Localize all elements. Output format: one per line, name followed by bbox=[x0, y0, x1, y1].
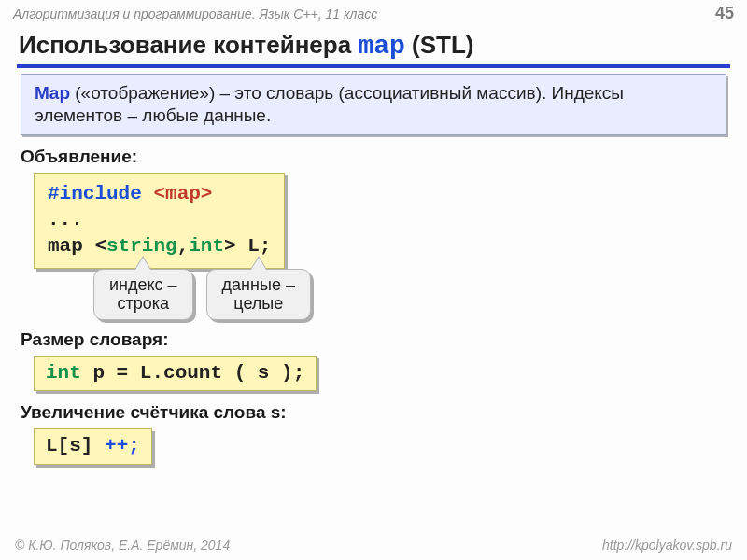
callout-index: индекс – строка bbox=[93, 269, 193, 320]
callout-tail bbox=[135, 258, 150, 270]
definition-term: Map bbox=[35, 83, 75, 103]
kw-include: #include bbox=[48, 183, 142, 204]
code-map-close: > L; bbox=[224, 235, 271, 257]
callout-data: данные – целые bbox=[206, 269, 311, 320]
incr-lhs: L[s] bbox=[46, 435, 92, 456]
callout-tail bbox=[251, 258, 266, 270]
callout-data-line2: целые bbox=[233, 294, 283, 313]
incr-code: L[s] ++; bbox=[34, 428, 152, 464]
callout-index-line1: индекс – bbox=[109, 275, 177, 294]
code-ellipsis: ... bbox=[48, 209, 83, 231]
type-int: int bbox=[189, 235, 224, 257]
size-rest: p = L.count ( s ); bbox=[81, 362, 304, 384]
size-kw-int: int bbox=[46, 362, 81, 384]
hdr-map: <map> bbox=[142, 183, 213, 204]
incr-label: Увеличение счётчика слова s: bbox=[21, 402, 726, 423]
title-keyword: map bbox=[358, 32, 404, 61]
code-comma: , bbox=[177, 235, 190, 257]
incr-op: ++; bbox=[92, 435, 139, 456]
top-bar: Алгоритмизация и программирование. Язык … bbox=[0, 0, 747, 25]
type-string: string bbox=[106, 235, 177, 257]
footer-url: http://kpolyakov.spb.ru bbox=[602, 538, 732, 553]
code-map-open: map < bbox=[48, 235, 106, 257]
callout-data-line1: данные – bbox=[222, 275, 295, 294]
content-area: Map («отображение») – это словарь (ассоц… bbox=[0, 74, 747, 465]
title-underline bbox=[17, 64, 730, 68]
definition-text: («отображение») – это словарь (ассоциати… bbox=[35, 83, 624, 125]
declaration-code: #include <map> ... map <string,int> L; bbox=[34, 173, 285, 269]
footer: © К.Ю. Поляков, Е.А. Ерёмин, 2014 http:/… bbox=[0, 538, 747, 553]
course-name: Алгоритмизация и программирование. Язык … bbox=[13, 7, 377, 21]
definition-box: Map («отображение») – это словарь (ассоц… bbox=[21, 74, 726, 135]
footer-authors: © К.Ю. Поляков, Е.А. Ерёмин, 2014 bbox=[15, 538, 230, 553]
declaration-label: Объявление: bbox=[21, 147, 726, 167]
size-label: Размер словаря: bbox=[21, 329, 726, 350]
title-prefix: Использование контейнера bbox=[19, 31, 358, 59]
callout-index-line2: строка bbox=[118, 294, 170, 313]
slide-title: Использование контейнера map (STL) bbox=[0, 25, 747, 63]
page-number: 45 bbox=[715, 4, 734, 23]
size-code: int p = L.count ( s ); bbox=[34, 356, 317, 391]
title-suffix: (STL) bbox=[405, 31, 474, 59]
callouts-row: индекс – строка данные – целые bbox=[93, 269, 726, 320]
